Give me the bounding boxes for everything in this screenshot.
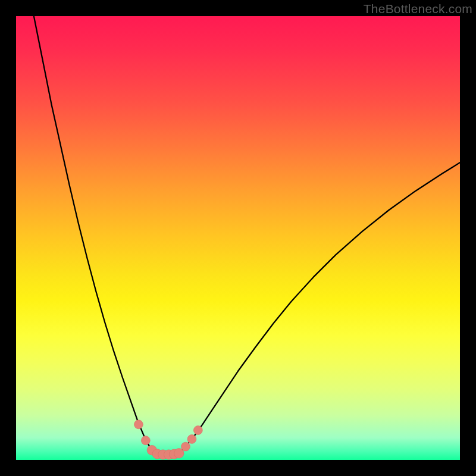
plot-area — [16, 16, 460, 460]
chart-svg — [16, 16, 460, 460]
curve-marker — [141, 436, 150, 445]
watermark-text: TheBottleneck.com — [364, 2, 472, 16]
curve-marker — [134, 420, 143, 429]
curve-marker — [181, 442, 190, 451]
curve-marker — [187, 434, 196, 443]
curve-markers — [134, 420, 202, 459]
chart-frame: TheBottleneck.com — [0, 0, 476, 476]
curve-marker — [193, 426, 202, 435]
bottleneck-curve — [34, 16, 460, 455]
